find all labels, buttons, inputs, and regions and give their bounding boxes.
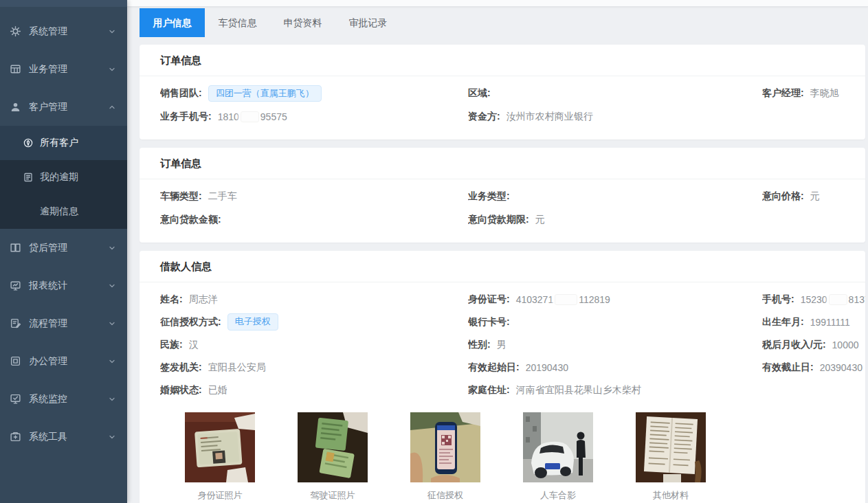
sidebar-item-post-loan-management[interactable]: 贷后管理 [0,229,127,267]
valid-from-label: 有效起始日: [468,361,520,374]
ethnicity-value: 汉 [189,339,199,351]
chevron-down-icon [108,65,116,74]
credit-auth-label: 征信授权方式: [160,316,221,328]
gender-value: 男 [497,339,507,351]
name-value: 周志洋 [189,293,218,306]
sidebar-top-strip [0,0,127,7]
photo-label: 其他材料 [653,489,689,502]
funder-value: 汝州市农村商业银行 [507,111,593,123]
gender-label: 性别: [468,339,491,351]
birth-date-value: 19911111 [810,317,850,328]
sales-team-label: 销售团队: [160,87,202,100]
sidebar-item-label: 系统工具 [29,431,67,443]
toolbox-icon [10,431,21,443]
sidebar-item-label: 系统监控 [29,393,67,405]
license-photo[interactable] [298,412,368,482]
borrower-info-card: 借款人信息 姓名: 周志洋 身份证号: 4103271112819 手机号: 1… [140,251,865,503]
document-photo-row: 身份证照片 [160,412,865,502]
credit-auth-qr-photo[interactable] [410,412,480,482]
intent-price-label: 意向价格: [762,190,804,203]
name-label: 姓名: [160,293,183,306]
sidebar-item-label: 办公管理 [29,355,67,368]
redaction-blur [555,294,577,305]
chevron-down-icon [108,27,116,36]
sidebar-subitem-label: 所有客户 [40,137,78,149]
person-car-photo[interactable] [523,412,593,482]
sidebar-item-customer-management[interactable]: 客户管理 [0,88,127,126]
vehicle-type-value: 二手车 [208,190,237,203]
sidebar-item-label: 贷后管理 [29,242,67,254]
region-label: 区域: [468,87,491,100]
chevron-down-icon [108,320,116,328]
sidebar-item-label: 流程管理 [29,317,67,330]
sidebar-subitem-all-customers[interactable]: 所有客户 [0,126,127,160]
sidebar-item-label: 系统管理 [29,25,67,38]
chevron-down-icon [108,357,116,366]
monthly-income-value: 10000 [832,339,859,350]
sidebar-subitem-label: 逾期信息 [40,205,78,218]
sidebar-item-process-management[interactable]: 流程管理 [0,304,127,342]
business-phone-label: 业务手机号: [160,111,212,123]
sidebar-item-system-management[interactable]: 系统管理 [0,12,127,50]
sidebar-item-label: 报表统计 [29,280,67,292]
monitor-icon [10,280,21,291]
marital-status-label: 婚姻状态: [160,384,202,396]
sidebar-item-label: 业务管理 [29,63,67,76]
card-title: 订单信息 [140,45,865,76]
id-card-photo[interactable] [185,412,255,482]
sidebar-subitem-my-overdue[interactable]: 我的逾期 [0,160,127,194]
ethnicity-label: 民族: [160,339,183,351]
redaction-blur [241,111,259,122]
business-type-label: 业务类型: [468,190,510,203]
mobile-label: 手机号: [762,293,794,306]
book-icon [10,242,21,254]
main-content: 用户信息 车贷信息 申贷资料 审批记录 订单信息 销售团队: 四团一营（直属王鹏… [127,0,868,503]
customer-manager-value: 李晓旭 [810,87,839,100]
marital-status-value: 已婚 [208,384,227,396]
photo-label: 驾驶证照片 [311,489,355,502]
sidebar-item-office-management[interactable]: 办公管理 [0,342,127,380]
loan-intent-card: 订单信息 车辆类型: 二手车 业务类型: 意向价格: 元 意向贷款金额: [140,148,865,243]
funder-label: 资金方: [468,111,500,123]
other-document-photo[interactable] [636,412,706,482]
loan-term-label: 意向贷款期限: [468,214,529,226]
vehicle-type-label: 车辆类型: [160,190,202,203]
id-number-value: 4103271112819 [516,294,610,305]
photo-label: 身份证照片 [198,489,243,502]
grid-icon [10,63,21,75]
compass-icon [23,137,34,148]
tab-loan-application-materials[interactable]: 申贷资料 [270,8,335,37]
birth-date-label: 出生年月: [762,316,804,328]
sidebar-item-report-statistics[interactable]: 报表统计 [0,267,127,304]
chevron-down-icon [108,433,116,441]
intent-price-value: 元 [810,190,820,203]
tab-approval-records[interactable]: 审批记录 [335,8,401,37]
mobile-value: 152308137 [801,294,865,305]
valid-from-value: 20190430 [526,362,568,373]
sales-team-tag[interactable]: 四团一营（直属王鹏飞） [208,85,322,102]
customer-manager-label: 客户经理: [762,87,804,100]
tab-user-info[interactable]: 用户信息 [140,8,205,37]
chevron-up-icon [108,103,116,111]
sidebar-subitem-overdue-info[interactable]: 逾期信息 [0,194,127,229]
sidebar-item-business-management[interactable]: 业务管理 [0,50,127,88]
chevron-down-icon [108,282,116,290]
credit-auth-tag[interactable]: 电子授权 [227,313,278,330]
card-title: 借款人信息 [140,251,865,282]
chevron-down-icon [108,244,116,252]
sidebar-item-system-monitor[interactable]: 系统监控 [0,380,127,418]
valid-to-label: 有效截止日: [762,361,814,374]
sidebar-item-system-tools[interactable]: 系统工具 [0,418,127,456]
redaction-blur [829,294,847,305]
photo-label: 人车合影 [540,489,576,502]
business-phone-value: 181095575 [218,111,287,122]
notebook-icon [23,172,34,183]
sidebar-subitem-label: 我的逾期 [40,171,78,183]
card-title: 订单信息 [140,148,865,179]
screen-check-icon [10,393,21,405]
tab-car-loan-info[interactable]: 车贷信息 [205,8,270,37]
bank-card-label: 银行卡号: [468,316,510,328]
photo-label: 征信授权 [427,489,463,502]
gear-icon [10,25,21,37]
clipboard-pen-icon [10,317,21,329]
